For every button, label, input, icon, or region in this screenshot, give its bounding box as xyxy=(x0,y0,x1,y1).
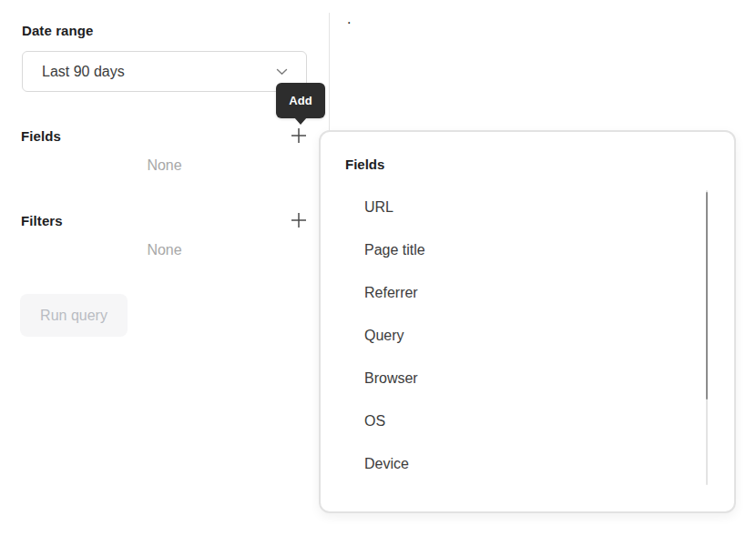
filters-label: Filters xyxy=(21,213,63,228)
list-item-os[interactable]: OS xyxy=(321,399,734,442)
filters-add-button[interactable] xyxy=(287,208,311,232)
list-item-query[interactable]: Query xyxy=(321,314,734,357)
fields-empty-text: None xyxy=(22,157,307,174)
fields-popup: Fields URL Page title Referrer Query Bro… xyxy=(319,130,736,513)
list-item-page-title[interactable]: Page title xyxy=(321,228,734,271)
fields-add-button[interactable] xyxy=(287,124,311,147)
run-query-button[interactable]: Run query xyxy=(20,294,128,337)
date-range-select[interactable]: Last 90 days xyxy=(22,51,307,92)
list-item-url[interactable]: URL xyxy=(321,186,734,228)
plus-icon xyxy=(291,212,307,228)
chevron-down-icon xyxy=(276,68,288,76)
list-item-referrer[interactable]: Referrer xyxy=(321,271,734,314)
query-builder-screen: Date range Last 90 days Fields None Filt… xyxy=(0,0,756,536)
date-range-value: Last 90 days xyxy=(42,64,276,80)
fields-label: Fields xyxy=(21,128,61,144)
list-item-device[interactable]: Device xyxy=(321,442,734,485)
popup-field-list: URL Page title Referrer Query Browser OS… xyxy=(321,186,734,485)
canvas-dot: . xyxy=(347,11,351,27)
popup-title: Fields xyxy=(345,157,384,172)
plus-icon xyxy=(291,127,307,144)
date-range-label: Date range xyxy=(22,23,94,38)
list-item-browser[interactable]: Browser xyxy=(321,357,734,399)
add-tooltip-arrow xyxy=(294,117,307,125)
add-tooltip: Add xyxy=(276,83,325,118)
scrollbar-thumb[interactable] xyxy=(706,192,708,399)
filters-empty-text: None xyxy=(22,242,307,258)
